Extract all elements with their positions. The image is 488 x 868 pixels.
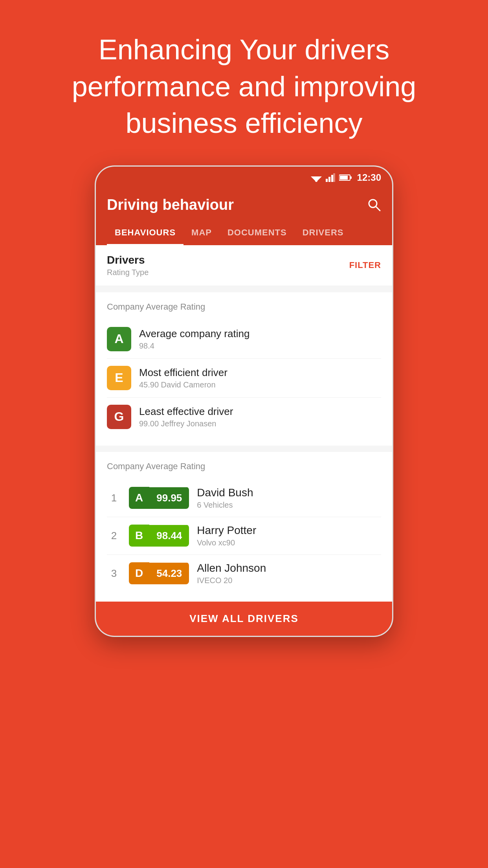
phone-mockup: 12:30 Driving behaviour BEHAVIOURS MAP D…: [95, 165, 393, 637]
rating-value-3: 99.00 Jeffrey Jonasen: [139, 419, 233, 428]
filter-row-info: Drivers Rating Type: [107, 254, 149, 277]
table-row: 3 D 54.23 Allen Johnson IVECO 20: [107, 555, 381, 592]
search-button[interactable]: [367, 198, 381, 212]
rank-number-2: 2: [107, 530, 121, 542]
rank-score-2: 98.44: [149, 525, 189, 547]
driver-detail-3: IVECO 20: [197, 576, 266, 585]
svg-line-11: [376, 207, 380, 211]
app-title: Driving behaviour: [107, 196, 234, 213]
rating-value-2: 45.90 David Cameron: [139, 380, 227, 389]
rank-letter-1: A: [129, 487, 149, 509]
ranking-section: Company Average Rating 1 A 99.95 David B…: [96, 452, 392, 602]
rank-score-badge-1: A 99.95: [129, 487, 189, 509]
filter-button[interactable]: FILTER: [349, 260, 381, 270]
svg-rect-5: [331, 175, 333, 182]
rank-number-1: 1: [107, 492, 121, 504]
driver-name-3: Allen Johnson: [197, 562, 266, 574]
rank-letter-2: B: [129, 525, 149, 547]
tabs-bar: BEHAVIOURS MAP DOCUMENTS DRIVERS: [96, 221, 392, 245]
rank-number-3: 3: [107, 567, 121, 580]
filter-subtitle: Rating Type: [107, 268, 149, 277]
rank-info-3: Allen Johnson IVECO 20: [197, 562, 266, 585]
status-bar: 12:30: [96, 167, 392, 189]
rating-info-1: Average company rating 98.4: [139, 328, 250, 351]
driver-detail-1: 6 Vehicles: [197, 501, 253, 510]
svg-point-2: [315, 180, 317, 182]
rank-score-badge-2: B 98.44: [129, 525, 189, 547]
driver-detail-2: Volvo xc90: [197, 538, 256, 547]
table-row: 1 A 99.95 David Bush 6 Vehicles: [107, 479, 381, 517]
content-area: Drivers Rating Type FILTER Company Avera…: [96, 245, 392, 636]
svg-rect-9: [350, 176, 352, 179]
driver-name-1: David Bush: [197, 486, 253, 499]
section-1-title: Company Average Rating: [107, 302, 381, 312]
rank-info-2: Harry Potter Volvo xc90: [197, 524, 256, 547]
rating-badge-a: A: [107, 327, 131, 351]
tab-behaviours[interactable]: BEHAVIOURS: [107, 221, 183, 245]
filter-row: Drivers Rating Type FILTER: [96, 245, 392, 286]
tab-drivers[interactable]: DRIVERS: [295, 221, 352, 245]
rating-badge-e: E: [107, 366, 131, 390]
rank-score-1: 99.95: [149, 487, 189, 509]
rating-badge-g: G: [107, 405, 131, 429]
list-item: A Average company rating 98.4: [107, 320, 381, 359]
tab-documents[interactable]: DOCUMENTS: [220, 221, 295, 245]
filter-title: Drivers: [107, 254, 149, 266]
svg-rect-6: [333, 173, 335, 182]
rating-name-1: Average company rating: [139, 328, 250, 340]
wifi-icon: [311, 173, 322, 182]
view-all-drivers-button[interactable]: VIEW ALL DRIVERS: [96, 602, 392, 636]
section-2-title: Company Average Rating: [107, 461, 381, 472]
svg-rect-3: [326, 179, 328, 182]
driver-name-2: Harry Potter: [197, 524, 256, 537]
list-item: E Most efficient driver 45.90 David Came…: [107, 359, 381, 398]
rank-info-1: David Bush 6 Vehicles: [197, 486, 253, 510]
search-icon: [367, 198, 381, 212]
rating-value-1: 98.4: [139, 341, 250, 351]
rank-letter-3: D: [129, 562, 149, 584]
rating-info-3: Least effective driver 99.00 Jeffrey Jon…: [139, 406, 233, 428]
tab-map[interactable]: MAP: [183, 221, 220, 245]
svg-rect-4: [328, 177, 330, 182]
rating-name-2: Most efficient driver: [139, 367, 227, 379]
hero-text: Enhancing Your drivers performance and i…: [0, 0, 488, 165]
list-item: G Least effective driver 99.00 Jeffrey J…: [107, 398, 381, 436]
svg-rect-8: [340, 176, 348, 180]
company-rating-section-1: Company Average Rating A Average company…: [96, 292, 392, 446]
rating-info-2: Most efficient driver 45.90 David Camero…: [139, 367, 227, 389]
app-header: Driving behaviour: [96, 189, 392, 221]
time-display: 12:30: [357, 172, 381, 183]
rank-score-badge-3: D 54.23: [129, 562, 189, 584]
rating-name-3: Least effective driver: [139, 406, 233, 418]
signal-icon: [326, 173, 335, 182]
status-icons: [311, 173, 352, 182]
battery-icon: [339, 174, 352, 181]
table-row: 2 B 98.44 Harry Potter Volvo xc90: [107, 517, 381, 555]
rank-score-3: 54.23: [149, 563, 189, 584]
